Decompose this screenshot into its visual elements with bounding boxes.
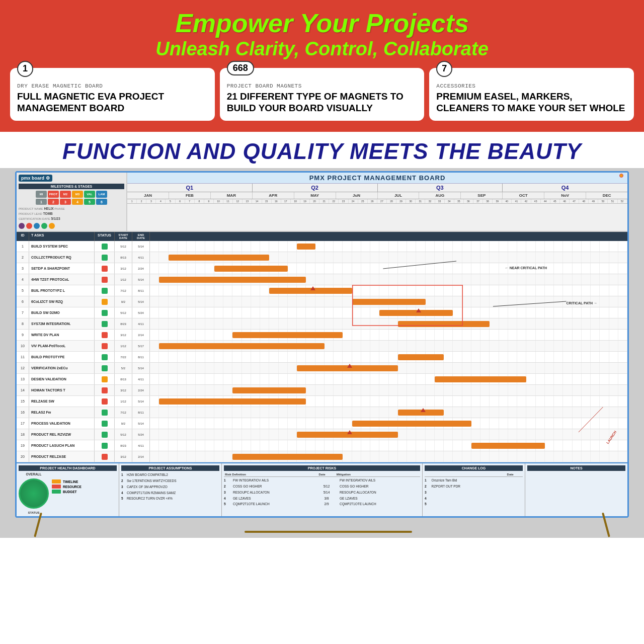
gantt-cell: [187, 418, 196, 429]
gantt-cell: [169, 451, 178, 462]
task-gantt-3: [150, 263, 627, 274]
gantt-cell: [150, 429, 159, 440]
risks-col-mit: Mitigation: [336, 472, 420, 476]
gantt-cell: [379, 407, 388, 418]
task-status-1: [95, 241, 115, 252]
risk-item-3: 3 RESOUPC ALLOCA7ON 5/14 RESOUPC ALLOCA7…: [224, 490, 420, 495]
task-end-8: 4/11: [132, 318, 150, 329]
gantt-cell: [306, 374, 315, 384]
gantt-cell: [269, 252, 278, 263]
function-banner: FUNCTION AND QUALITY MEETS THE BEAUTY: [0, 132, 644, 168]
gantt-bar-19: [471, 443, 545, 449]
gantt-cell: [508, 252, 517, 263]
gantt-cell: [591, 252, 600, 263]
risk-item-1: 1 FW INTEGRATIOV AILS FW INTEGRATIOV AIL…: [224, 478, 420, 483]
gantt-cell: [150, 418, 159, 429]
gantt-cell: [471, 285, 480, 296]
task-row-16: 16 RELAS2 Fw 7/12 8/11: [17, 407, 627, 418]
gantt-cell: [159, 440, 168, 451]
gantt-cell: [480, 307, 490, 318]
gantt-cell: [499, 330, 508, 340]
week-10: 10: [214, 199, 223, 203]
week-42: 42: [521, 199, 531, 203]
gantt-cell: [471, 296, 480, 307]
gantt-cell: [545, 363, 554, 373]
gantt-cell: [545, 263, 554, 274]
gantt-cell: [361, 451, 370, 462]
task-id-6: 6: [17, 296, 29, 307]
gantt-cell: [169, 385, 178, 395]
gantt-cell: [618, 307, 627, 318]
gantt-cell: [150, 241, 159, 252]
quarter-q4: Q4: [503, 184, 627, 192]
stage-mi: MI: [36, 191, 47, 198]
features-row: 1 DRY ERASE MAGNETIC BOARD FULL MAGNETIC…: [10, 68, 634, 121]
gantt-cell: [536, 341, 545, 351]
risks-title: PROJECT RISKS: [224, 465, 420, 471]
gantt-cell: [536, 296, 545, 307]
function-title: FUNCTION AND QUALITY MEETS THE BEAUTY: [10, 139, 634, 164]
gantt-cell: [150, 352, 159, 362]
gantt-cell: [370, 407, 379, 418]
gantt-cell: [361, 318, 370, 329]
gantt-cell: [609, 429, 618, 440]
gantt-cell: [159, 418, 168, 429]
gantt-cell: [361, 352, 370, 362]
gantt-cell: [242, 241, 251, 252]
gantt-cell: [269, 407, 278, 418]
gantt-cell: [582, 241, 591, 252]
gantt-cell: [444, 385, 453, 395]
gantt-cell: [609, 330, 618, 340]
gantt-cell: [150, 263, 159, 274]
task-gantt-9: [150, 330, 627, 340]
gantt-cell: [370, 352, 379, 362]
status-label: STATUS: [19, 511, 49, 514]
triangle-marker-18: [347, 430, 352, 434]
board-right-header: PMX PROJECT MANAGEMENT BOARD Q1 Q2 Q3 Q4…: [127, 173, 627, 231]
gantt-cell: [526, 341, 535, 351]
gantt-cell: [343, 307, 352, 318]
gantt-cell: [361, 330, 370, 340]
gantt-cell: [582, 307, 591, 318]
gantt-cell: [178, 263, 187, 274]
gantt-cell: [526, 263, 535, 274]
task-name-1: BUILD SYSTEM SPEC: [29, 241, 95, 252]
gantt-cell: [361, 307, 370, 318]
gantt-cell: [214, 285, 223, 296]
month-jul: JUL: [378, 192, 420, 199]
gantt-cell: [159, 252, 168, 263]
gantt-cell: [517, 385, 526, 395]
gantt-cell: [462, 307, 471, 318]
month-nov: NoV: [544, 192, 586, 199]
gantt-cell: [398, 341, 407, 351]
gantt-cell: [582, 396, 591, 407]
gantt-cell: [306, 307, 315, 318]
week-30: 30: [406, 199, 416, 203]
gantt-cell: [536, 407, 545, 418]
quarters-row: Q1 Q2 Q3 Q4: [127, 184, 627, 192]
gantt-cell: [150, 296, 159, 307]
gantt-cell: [600, 330, 609, 340]
gantt-cell: [426, 241, 435, 252]
task-row-8: 8 SYS72M INTESRATION. 8/23 4/11: [17, 318, 627, 330]
task-start-11: 7/22: [115, 352, 132, 362]
month-jun: JuN: [336, 192, 378, 199]
gantt-cell: [334, 440, 343, 451]
gantt-cell: [563, 241, 572, 252]
gantt-cell: [591, 440, 600, 451]
gantt-cell: [453, 241, 462, 252]
gantt-cell: [462, 330, 471, 340]
gantt-cell: [269, 352, 278, 362]
month-feb: FEB: [169, 192, 211, 199]
gantt-cell: [582, 374, 591, 384]
gantt-cell: [582, 341, 591, 351]
gantt-cell: [609, 307, 618, 318]
gantt-cell: [260, 418, 269, 429]
gantt-cell: [205, 285, 214, 296]
task-end-10: 5/17: [132, 341, 150, 351]
gantt-cell: [563, 330, 572, 340]
gantt-cell: [214, 374, 223, 384]
gantt-cell: [269, 241, 278, 252]
weeks-row: 1234567891011121314151617181920212223242…: [127, 199, 627, 204]
gantt-cell: [499, 285, 508, 296]
